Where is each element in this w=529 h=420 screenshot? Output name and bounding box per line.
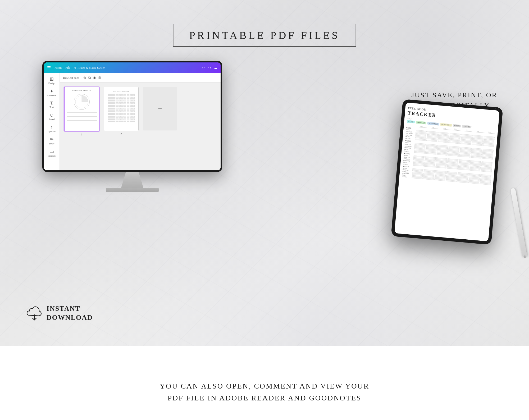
- deselect-label[interactable]: Deselect page: [63, 76, 79, 79]
- tablet-container: FEEL GOOD TRACKER GOALS WATER FRESH AIR …: [397, 103, 508, 241]
- monitor-inner: ☰ Home File Resize & Magic Switch ↩ ↪ ☁: [44, 62, 221, 170]
- design-icon: ⊞: [50, 77, 54, 81]
- download-icon: [26, 305, 42, 321]
- goal-tag-quiettime: QUIET TIME: [440, 123, 452, 127]
- page-1-content: GRATITUDE TRACKER: [65, 87, 99, 131]
- camera-dot: [452, 104, 454, 106]
- bottom-text-line1: YOU CAN ALSO OPEN, COMMENT AND VIEW YOUR: [0, 380, 529, 392]
- pages-area: GRATITUDE TRACKER: [60, 83, 221, 170]
- page-2-unselected[interactable]: FEEL GOOD TRACKER: [104, 87, 139, 131]
- canva-toolbar: ☰ Home File Resize & Magic Switch ↩ ↪ ☁: [44, 62, 221, 73]
- tablet-device: FEEL GOOD TRACKER GOALS WATER FRESH AIR …: [391, 99, 503, 245]
- download-text: INSTANT DOWNLOAD: [47, 304, 93, 322]
- canva-sidebar: ⊞ Design ✦ Elements T Text ☺ Brand: [44, 73, 60, 170]
- page-1-selected[interactable]: GRATITUDE TRACKER: [64, 87, 99, 131]
- monitor-stand: [116, 172, 148, 188]
- monitor-container: ☰ Home File Resize & Magic Switch ↩ ↪ ☁: [42, 61, 222, 192]
- sidebar-label-text: Text: [50, 106, 54, 108]
- page-thumb-add: +: [143, 87, 177, 130]
- sidebar-item-draw[interactable]: ✏ Draw: [45, 135, 59, 147]
- cloud-icon[interactable]: ☁: [214, 66, 217, 70]
- delete-icon[interactable]: 🗑: [98, 76, 101, 80]
- download-icon-wrap: [26, 305, 42, 321]
- goal-tag-fruits: FRUITS: [453, 124, 461, 127]
- bottom-text-line2: PDF FILE IN ADOBE READER AND GOODNOTES: [0, 392, 529, 404]
- copy-icon[interactable]: ⧉: [88, 76, 91, 80]
- download-line2: DOWNLOAD: [47, 313, 93, 322]
- tablet-th-wed: WED: [439, 127, 450, 130]
- page-thumb-1: GRATITUDE TRACKER: [64, 87, 99, 136]
- tablet-th-fri: FRI: [462, 129, 472, 132]
- instant-download: INSTANT DOWNLOAD: [26, 304, 93, 322]
- sidebar-item-design[interactable]: ⊞ Design: [45, 75, 59, 86]
- gratitude-lines: [67, 112, 97, 124]
- bottom-text-container: YOU CAN ALSO OPEN, COMMENT AND VIEW YOUR…: [0, 380, 529, 404]
- sidebar-label-projects: Projects: [48, 154, 56, 157]
- sidebar-label-brand: Brand: [49, 118, 55, 121]
- toolbar-home[interactable]: Home: [54, 66, 62, 70]
- page-title: PRINTABLE PDF FILES: [189, 29, 340, 42]
- page-thumb-2: FEEL GOOD TRACKER: [104, 87, 139, 135]
- uploads-icon: ↑: [51, 125, 53, 130]
- brand-icon: ☺: [49, 113, 54, 117]
- tablet-th-sat: SAT: [473, 130, 484, 133]
- text-icon: T: [50, 101, 53, 105]
- projects-icon: ▭: [49, 149, 54, 154]
- canva-main: Deselect page ⊕ ⧉ ◉ 🗑: [60, 73, 221, 170]
- tablet-th-thu: THU: [450, 128, 461, 131]
- speaker-dot-3: [498, 109, 499, 109]
- monitor-base: [106, 188, 159, 192]
- right-text-line1: JUST SAVE, PRINT, OR: [411, 90, 497, 100]
- topbar-actions: ⊕ ⧉ ◉ 🗑: [83, 76, 101, 80]
- speaker-dot-1: [495, 108, 496, 109]
- sidebar-label-elements: Elements: [47, 94, 56, 97]
- add-page-icon[interactable]: ⊕: [83, 76, 86, 80]
- goal-tag-movement: MOVEMENT: [427, 122, 439, 126]
- page-2-content: FEEL GOOD TRACKER: [104, 87, 138, 131]
- sidebar-item-brand[interactable]: ☺ Brand: [45, 111, 59, 122]
- sidebar-item-uploads[interactable]: ↑ Uploads: [45, 123, 59, 134]
- tablet-th-tue: TUE: [427, 126, 438, 129]
- sidebar-label-design: Design: [48, 82, 55, 85]
- elements-icon: ✦: [50, 89, 54, 94]
- page-num-2: 2: [121, 133, 122, 135]
- undo-icon[interactable]: ↩: [202, 66, 205, 70]
- gratitude-circle: [74, 94, 90, 110]
- toolbar-nav: Home File: [54, 66, 70, 70]
- tablet-th-sun: SUN: [484, 131, 495, 134]
- toolbar-actions: ↩ ↪ ☁: [202, 66, 217, 70]
- page-num-1: 1: [81, 133, 83, 136]
- monitor-screen: ☰ Home File Resize & Magic Switch ↩ ↪ ☁: [42, 61, 222, 172]
- canva-topbar: Deselect page ⊕ ⧉ ◉ 🗑: [60, 73, 221, 83]
- canva-content: ⊞ Design ✦ Elements T Text ☺ Brand: [44, 73, 221, 170]
- redo-icon[interactable]: ↪: [208, 66, 211, 70]
- goal-tag-freshair: FRESH AIR: [416, 121, 427, 124]
- add-page-button[interactable]: +: [143, 87, 177, 130]
- gratitude-title: GRATITUDE TRACKER: [72, 90, 91, 91]
- feelgood-content: FEEL GOOD TRACKER: [106, 90, 136, 124]
- eye-icon[interactable]: ◉: [93, 76, 96, 80]
- sidebar-label-uploads: Uploads: [48, 130, 56, 133]
- goal-tag-water: WATER: [407, 120, 415, 124]
- speaker-dot-2: [496, 108, 497, 109]
- speaker-dots: [495, 108, 499, 109]
- tablet-th-empty: [406, 124, 416, 127]
- main-title-container: PRINTABLE PDF FILES: [173, 24, 356, 47]
- download-line1: INSTANT: [47, 304, 93, 313]
- sidebar-item-projects[interactable]: ▭ Projects: [45, 148, 59, 159]
- stylus-tip: [524, 255, 526, 258]
- sidebar-label-draw: Draw: [49, 142, 54, 145]
- gratitude-content: GRATITUDE TRACKER: [67, 90, 97, 124]
- toolbar-file[interactable]: File: [65, 66, 70, 70]
- hamburger-icon[interactable]: ☰: [47, 65, 51, 70]
- sidebar-item-text[interactable]: T Text: [45, 99, 59, 110]
- sidebar-item-elements[interactable]: ✦ Elements: [45, 87, 59, 98]
- toolbar-magic[interactable]: Resize & Magic Switch: [74, 66, 105, 69]
- draw-icon: ✏: [50, 137, 54, 142]
- fg-title: FEEL GOOD TRACKER: [108, 91, 135, 93]
- goal-tag-veggies: VEGGIES: [462, 125, 471, 128]
- tablet-th-mon: MON: [416, 125, 427, 128]
- tablet-screen: FEEL GOOD TRACKER GOALS WATER FRESH AIR …: [394, 102, 500, 241]
